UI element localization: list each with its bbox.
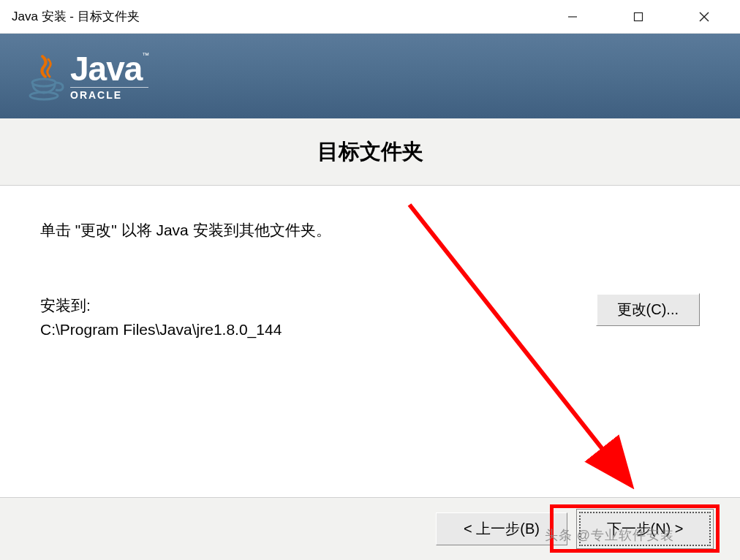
- logo-java-text: Java™: [70, 52, 148, 86]
- content-area: 单击 "更改" 以将 Java 安装到其他文件夹。 安装到: C:\Progra…: [0, 186, 740, 493]
- svg-point-5: [30, 92, 58, 99]
- logo-oracle-text: ORACLE: [70, 87, 148, 101]
- close-button[interactable]: [671, 0, 737, 33]
- maximize-button[interactable]: [605, 0, 671, 33]
- svg-rect-1: [635, 12, 643, 20]
- install-path: C:\Program Files\Java\jre1.8.0_144: [40, 317, 282, 342]
- heading-area: 目标文件夹: [0, 118, 740, 186]
- close-icon: [698, 11, 710, 23]
- window-title: Java 安装 - 目标文件夹: [12, 8, 540, 25]
- titlebar: Java 安装 - 目标文件夹: [0, 0, 740, 34]
- coffee-cup-icon: [28, 50, 64, 102]
- change-button[interactable]: 更改(C)...: [596, 293, 700, 326]
- instruction-text: 单击 "更改" 以将 Java 安装到其他文件夹。: [40, 219, 700, 242]
- page-heading: 目标文件夹: [317, 137, 423, 167]
- maximize-icon: [633, 12, 643, 22]
- banner: Java™ ORACLE: [0, 34, 740, 118]
- java-logo: Java™ ORACLE: [28, 50, 148, 102]
- logo-text: Java™ ORACLE: [70, 52, 148, 101]
- window-controls: [540, 0, 737, 33]
- next-button[interactable]: 下一步(N) >: [579, 512, 711, 546]
- footer: < 上一步(B) 下一步(N) >: [0, 497, 740, 560]
- minimize-icon: [567, 12, 578, 22]
- minimize-button[interactable]: [540, 0, 605, 33]
- svg-point-4: [32, 79, 56, 86]
- install-label: 安装到:: [40, 293, 282, 318]
- install-block: 安装到: C:\Program Files\Java\jre1.8.0_144 …: [40, 293, 700, 342]
- install-info: 安装到: C:\Program Files\Java\jre1.8.0_144: [40, 293, 282, 342]
- back-button[interactable]: < 上一步(B): [436, 512, 567, 545]
